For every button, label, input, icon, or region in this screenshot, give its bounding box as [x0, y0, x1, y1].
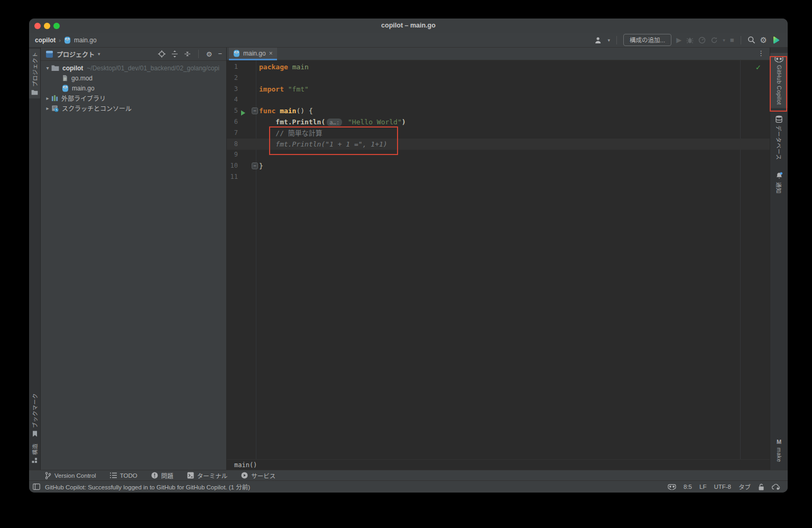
code-line-4[interactable]: 4 [227, 94, 770, 105]
editor-breadcrumb-item[interactable]: main() [234, 461, 257, 469]
file-encoding[interactable]: UTF-8 [714, 484, 731, 490]
tree-item-name: 外部ライブラリ [61, 94, 106, 103]
toolwindow-layout-icon[interactable] [33, 484, 40, 490]
tree-item-go.mod[interactable]: go.mod [41, 73, 226, 83]
code-line-6[interactable]: 6 fmt.Println(a…: "Hello World") [227, 116, 770, 128]
code-line-8[interactable]: 8 fmt.Println("1 + 1 =", 1+1) [227, 139, 770, 150]
code-line-1[interactable]: 1package main [227, 61, 770, 72]
toolwindow-tab-make[interactable]: M make [770, 435, 788, 466]
bookmarks-tab-label: ブックマーク [31, 393, 39, 428]
code-line-2[interactable]: 2 [227, 72, 770, 84]
status-bar: GitHub Copilot: Successfully logged in t… [29, 480, 788, 493]
search-everywhere-icon[interactable] [748, 36, 755, 44]
copilot-status-icon[interactable] [668, 484, 676, 490]
todo-list-icon [110, 472, 117, 478]
status-message[interactable]: GitHub Copilot: Successfully logged in t… [45, 483, 250, 491]
toolwindow-tab-database[interactable]: データベース [770, 112, 788, 163]
tree-item-main.go[interactable]: main.go [41, 83, 226, 93]
tree-item-name: copilot [62, 65, 83, 72]
line-separator[interactable]: LF [699, 484, 706, 490]
code-line-7[interactable]: 7 // 簡単な計算 [227, 128, 770, 139]
indent-style[interactable]: タブ [739, 483, 751, 491]
problems-exclamation-icon [151, 472, 158, 479]
profiler-icon[interactable] [698, 37, 706, 44]
toolwindow-tab-notifications[interactable]: 通知 [770, 169, 788, 197]
project-view-chevron-down-icon[interactable]: ▾ [98, 51, 100, 57]
line-number[interactable]: 2 [227, 72, 238, 84]
status-left: GitHub Copilot: Successfully logged in t… [29, 483, 250, 491]
breadcrumb-file[interactable]: main.go [74, 37, 97, 44]
toolwindow-tab-problems[interactable]: 問題 [151, 471, 173, 480]
main-content: プロジェクト ブックマーク 構造 プロジェクト ▾ [29, 48, 788, 470]
add-configuration-button[interactable]: 構成の追加... [623, 34, 671, 46]
line-number[interactable]: 3 [227, 84, 238, 95]
locate-file-icon[interactable] [158, 50, 165, 58]
bookmark-icon [32, 431, 38, 437]
code-area[interactable]: 1package main23import "fmt"45−func main(… [227, 60, 770, 459]
database-icon [776, 115, 782, 123]
expand-all-icon[interactable] [171, 50, 178, 58]
editor-options-kebab-icon[interactable]: ⋮ [758, 49, 764, 57]
user-chevron-down-icon[interactable]: ▾ [608, 38, 611, 43]
code-line-11[interactable]: 11 [227, 171, 770, 183]
chevron-expanded-icon[interactable]: ▾ [44, 65, 51, 71]
close-tab-icon[interactable]: × [269, 50, 273, 57]
project-view-icon [45, 50, 53, 58]
line-number[interactable]: 4 [227, 94, 238, 105]
folder-icon [51, 65, 59, 71]
chevron-collapsed-icon[interactable]: ▸ [44, 105, 51, 111]
database-tab-label: データベース [775, 125, 783, 160]
code-line-9[interactable]: 9 [227, 149, 770, 160]
status-right: 8:5 LF UTF-8 タブ [668, 483, 788, 491]
tree-item-_______[interactable]: ▸外部ライブラリ [41, 93, 226, 103]
code-line-10[interactable]: 10−} [227, 160, 770, 171]
terminal-label: ターミナル [197, 471, 228, 480]
fold-region-end-icon[interactable]: − [252, 162, 258, 169]
user-account-icon[interactable] [595, 37, 603, 44]
line-number[interactable]: 8 [227, 139, 238, 150]
services-label: サービス [251, 471, 275, 480]
toolwindow-tab-github-copilot[interactable]: GitHub Copilot [770, 53, 788, 108]
toolwindow-tab-project[interactable]: プロジェクト [29, 49, 40, 98]
make-icon: M [777, 439, 781, 445]
run-options-chevron-down-icon[interactable]: ▾ [723, 38, 725, 43]
ide-logo-icon[interactable] [772, 36, 780, 44]
line-number[interactable]: 6 [227, 116, 238, 128]
ide-window: copilot – main.go copilot › main.go ▾ 構成… [29, 19, 788, 493]
settings-gear-icon[interactable]: ⚙ [760, 35, 767, 45]
notifications-bell-icon [776, 172, 783, 179]
toolwindow-tab-terminal[interactable]: ターミナル [187, 471, 228, 480]
fold-region-start-icon[interactable]: − [252, 107, 258, 114]
line-number[interactable]: 11 [227, 171, 238, 183]
chevron-collapsed-icon[interactable]: ▸ [44, 95, 51, 101]
editor-tab-maingo[interactable]: main.go × [229, 48, 277, 60]
caret-position[interactable]: 8:5 [684, 484, 692, 490]
inspection-ok-check-icon[interactable]: ✓ [755, 63, 761, 71]
line-number[interactable]: 7 [227, 128, 238, 139]
stop-button[interactable]: ■ [730, 36, 734, 44]
panel-settings-gear-icon[interactable]: ⚙ [206, 50, 213, 58]
toolwindow-tab-version-control[interactable]: Version Control [45, 472, 96, 479]
tree-item-___________[interactable]: ▸スクラッチとコンソール [41, 103, 226, 113]
toolwindow-tab-bookmarks[interactable]: ブックマーク [29, 390, 40, 440]
line-number[interactable]: 5 [227, 105, 238, 116]
line-number[interactable]: 9 [227, 149, 238, 160]
toolwindow-tab-services[interactable]: サービス [241, 471, 275, 480]
code-line-5[interactable]: 5−func main() { [227, 105, 770, 116]
code-text: func main() { [259, 105, 313, 116]
line-number[interactable]: 1 [227, 61, 238, 72]
breadcrumb-project[interactable]: copilot [35, 37, 56, 44]
tree-item-copilot[interactable]: ▾copilot~/Desktop/01_dev/01_backend/02_g… [41, 63, 226, 73]
read-lock-icon[interactable] [758, 484, 764, 490]
code-line-3[interactable]: 3import "fmt" [227, 84, 770, 95]
project-panel-title[interactable]: プロジェクト [57, 50, 95, 59]
toolwindow-tab-todo[interactable]: TODO [110, 472, 137, 479]
inspections-widget-icon[interactable] [772, 484, 780, 490]
collapse-all-icon[interactable] [184, 50, 191, 58]
line-number[interactable]: 10 [227, 160, 238, 171]
hide-panel-icon[interactable]: − [218, 50, 222, 58]
toolwindow-tab-structure[interactable]: 構造 [29, 440, 40, 467]
run-button[interactable]: ▶ [676, 36, 681, 44]
run-with-coverage-icon[interactable] [710, 37, 718, 44]
debug-icon[interactable] [686, 37, 694, 44]
